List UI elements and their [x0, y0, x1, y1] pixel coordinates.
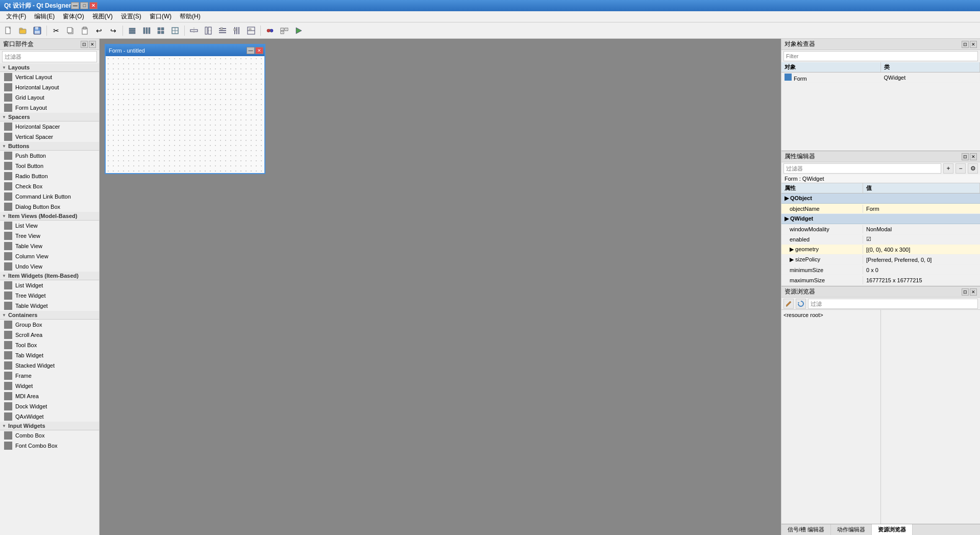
prop-configure-btn[interactable]: ⚙: [968, 163, 978, 174]
prop-row-sizepolicy[interactable]: ▶ sizePolicy [Preferred, Preferred, 0, 0…: [781, 255, 980, 265]
category-spacers[interactable]: Spacers: [0, 113, 99, 121]
widget-command-link-button[interactable]: Command Link Button: [0, 191, 99, 202]
obj-row-form[interactable]: Form QWidget: [781, 72, 980, 83]
widget-vert-spacer[interactable]: Vertical Spacer: [0, 132, 99, 142]
tb-adj4[interactable]: [230, 24, 243, 37]
category-item-views[interactable]: Item Views (Model-Based): [0, 212, 99, 221]
res-browser-close[interactable]: ✕: [970, 288, 977, 296]
category-containers[interactable]: Containers: [0, 311, 99, 320]
widget-check-box[interactable]: Check Box: [0, 181, 99, 191]
widget-box-close[interactable]: ✕: [89, 41, 96, 48]
widget-tab-widget[interactable]: Tab Widget: [0, 350, 99, 360]
tb-adj1[interactable]: [187, 24, 201, 37]
res-reload-btn[interactable]: [796, 299, 806, 309]
widget-tool-box[interactable]: Tool Box: [0, 340, 99, 350]
tb-preview[interactable]: [292, 24, 305, 37]
menu-help[interactable]: 帮助(H): [176, 11, 205, 22]
prop-row-geometry[interactable]: ▶ geometry [(0, 0), 400 x 300]: [781, 245, 980, 255]
prop-row-enabled[interactable]: enabled ☑: [781, 234, 980, 245]
tb-adj3[interactable]: [216, 24, 229, 37]
widget-dock-widget[interactable]: Dock Widget: [0, 401, 99, 411]
prop-row-sizeincrement[interactable]: sizeIncrement 0 x 0: [781, 285, 980, 286]
prop-editor-float[interactable]: ⊡: [962, 153, 969, 160]
widget-mdi-area[interactable]: MDI Area: [0, 391, 99, 401]
tb-layout1[interactable]: [126, 24, 139, 37]
category-input-widgets[interactable]: Input Widgets: [0, 422, 99, 430]
tab-resource-browser[interactable]: 资源浏览器: [872, 524, 913, 535]
tb-layout4[interactable]: [168, 24, 182, 37]
tb-open[interactable]: [16, 24, 30, 37]
widget-form-layout[interactable]: Form Layout: [0, 103, 99, 113]
tb-paste[interactable]: [78, 24, 91, 37]
tb-taborder[interactable]: 123: [278, 24, 291, 37]
tb-redo[interactable]: ↪: [107, 24, 120, 37]
widget-horiz-spacer[interactable]: Horizontal Spacer: [0, 121, 99, 132]
widget-group-box[interactable]: Group Box: [0, 320, 99, 330]
widget-tree-view[interactable]: Tree View: [0, 231, 99, 241]
tb-copy[interactable]: [64, 24, 77, 37]
tb-undo[interactable]: ↩: [92, 24, 106, 37]
obj-inspector-float[interactable]: ⊡: [962, 41, 969, 48]
widget-qaxwidget[interactable]: QAxWidget: [0, 411, 99, 422]
tb-signal[interactable]: [263, 24, 277, 37]
res-filter-input[interactable]: [808, 299, 978, 309]
widget-vertical-layout[interactable]: Vertical Layout: [0, 72, 99, 82]
widget-scroll-area[interactable]: Scroll Area: [0, 330, 99, 340]
widget-dialog-button-box[interactable]: Dialog Button Box: [0, 202, 99, 212]
res-browser-float[interactable]: ⊡: [962, 288, 969, 296]
tb-new[interactable]: [2, 24, 15, 37]
menu-edit[interactable]: 编辑(E): [30, 11, 59, 22]
tab-signal-slot[interactable]: 信号/槽 编辑器: [781, 524, 831, 535]
tb-adj2[interactable]: [202, 24, 215, 37]
form-minimize-btn[interactable]: —: [247, 47, 255, 54]
widget-table-widget[interactable]: Table Widget: [0, 301, 99, 311]
category-buttons[interactable]: Buttons: [0, 142, 99, 151]
prop-editor-close[interactable]: ✕: [970, 153, 977, 160]
prop-row-minimumsize[interactable]: minimumSize 0 x 0: [781, 265, 980, 275]
widget-table-view[interactable]: Table View: [0, 241, 99, 251]
obj-inspector-close[interactable]: ✕: [970, 41, 977, 48]
widget-undo-view[interactable]: Undo View: [0, 261, 99, 272]
widget-tree-widget[interactable]: Tree Widget: [0, 290, 99, 301]
form-close-btn[interactable]: ✕: [255, 47, 263, 54]
prop-row-maximumsize[interactable]: maximumSize 16777215 x 16777215: [781, 275, 980, 285]
widget-combo-box[interactable]: Combo Box: [0, 430, 99, 441]
minimize-button[interactable]: —: [71, 2, 79, 9]
tab-action-editor[interactable]: 动作编辑器: [831, 524, 872, 535]
widget-frame[interactable]: Frame: [0, 371, 99, 381]
prop-row-windowmodality[interactable]: windowModality NonModal: [781, 224, 980, 234]
category-item-widgets[interactable]: Item Widgets (Item-Based): [0, 272, 99, 280]
tb-adj5[interactable]: [244, 24, 258, 37]
widget-tool-button[interactable]: Tool Button: [0, 161, 99, 171]
tb-layout3[interactable]: [154, 24, 167, 37]
widget-stacked-widget[interactable]: Stacked Widget: [0, 360, 99, 371]
prop-group-qobject[interactable]: ▶ QObject: [781, 193, 980, 204]
tb-save[interactable]: [31, 24, 44, 37]
widget-push-button[interactable]: Push Button: [0, 151, 99, 161]
menu-settings[interactable]: 设置(S): [117, 11, 145, 22]
widget-widget[interactable]: Widget: [0, 381, 99, 391]
close-button[interactable]: ✕: [89, 2, 97, 9]
widget-font-combo-box[interactable]: Font Combo Box: [0, 441, 99, 451]
obj-inspector-filter-input[interactable]: [783, 51, 978, 61]
prop-remove-btn[interactable]: −: [955, 163, 966, 174]
widget-list-view[interactable]: List View: [0, 221, 99, 231]
tb-layout2[interactable]: [140, 24, 153, 37]
maximize-button[interactable]: □: [80, 2, 88, 9]
res-edit-btn[interactable]: [783, 299, 794, 309]
canvas-area[interactable]: Form - untitled — ✕: [100, 39, 781, 535]
menu-window[interactable]: 窗口(W): [145, 11, 176, 22]
widget-horizontal-layout[interactable]: Horizontal Layout: [0, 82, 99, 92]
widget-list-widget[interactable]: List Widget: [0, 280, 99, 290]
form-canvas[interactable]: [106, 56, 264, 173]
category-layouts[interactable]: Layouts: [0, 63, 99, 72]
widget-radio-button[interactable]: Radio Button: [0, 171, 99, 181]
prop-filter-input[interactable]: [783, 163, 941, 174]
tb-cut[interactable]: ✂: [50, 24, 63, 37]
widget-column-view[interactable]: Column View: [0, 251, 99, 261]
prop-group-qwidget[interactable]: ▶ QWidget: [781, 214, 980, 224]
widget-search-input[interactable]: [2, 51, 97, 62]
widget-grid-layout[interactable]: Grid Layout: [0, 92, 99, 103]
prop-add-btn[interactable]: +: [943, 163, 953, 174]
widget-box-float[interactable]: ⊡: [81, 41, 88, 48]
